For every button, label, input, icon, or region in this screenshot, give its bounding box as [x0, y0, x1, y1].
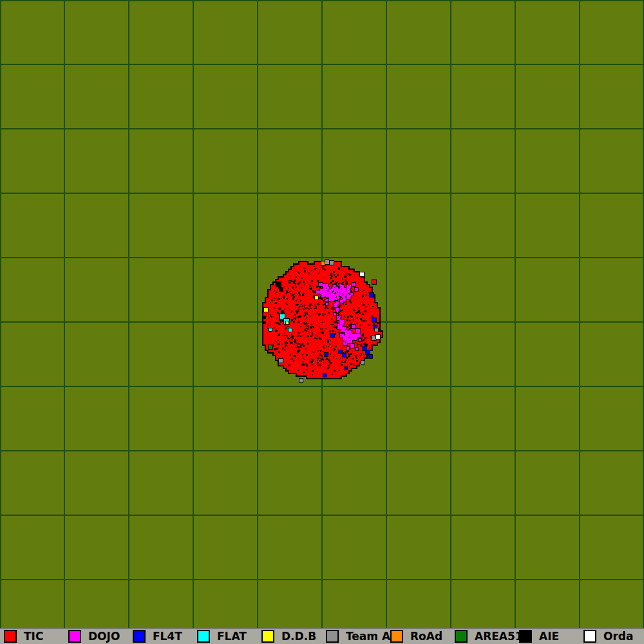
team-color-swatch-tic — [4, 630, 17, 643]
legend-item-area51: AREA51 — [451, 629, 515, 644]
team-name-label: RoAd — [410, 631, 442, 642]
legend-item-road: RoAd — [386, 629, 451, 644]
team-color-swatch-team-a — [326, 630, 339, 643]
team-name-label: TIC — [24, 631, 43, 642]
team-name-label: FL4T — [153, 631, 182, 642]
team-name-label: D.D.B — [281, 631, 316, 642]
team-name-label: FLAT — [217, 631, 247, 642]
legend-item-flat: FLAT — [193, 629, 258, 644]
legend-item-aie: AIE — [515, 629, 580, 644]
team-name-label: Team A — [346, 631, 390, 642]
legend-item-fl4t: FL4T — [129, 629, 193, 644]
legend-item-team-a: Team A — [322, 629, 386, 644]
legend-item-orda: Orda — [580, 629, 644, 644]
team-name-label: AIE — [539, 631, 559, 642]
legend-item-tic: TIC — [0, 629, 64, 644]
game-map-screen: TIC DOJO FL4T FLAT D.D.B Team A RoAd AR — [0, 0, 644, 644]
territory-map-canvas[interactable] — [0, 0, 644, 628]
team-color-swatch-dojo — [68, 630, 81, 643]
team-legend: TIC DOJO FL4T FLAT D.D.B Team A RoAd AR — [0, 628, 644, 644]
team-color-swatch-orda — [583, 630, 596, 643]
team-color-swatch-aie — [519, 630, 532, 643]
team-color-swatch-area51 — [455, 630, 468, 643]
team-name-label: DOJO — [88, 631, 120, 642]
team-color-swatch-flat — [197, 630, 210, 643]
team-color-swatch-ddb — [261, 630, 274, 643]
legend-item-ddb: D.D.B — [258, 629, 322, 644]
team-name-label: Orda — [603, 631, 633, 642]
legend-item-dojo: DOJO — [64, 629, 129, 644]
team-color-swatch-fl4t — [133, 630, 146, 643]
team-color-swatch-road — [390, 630, 403, 643]
